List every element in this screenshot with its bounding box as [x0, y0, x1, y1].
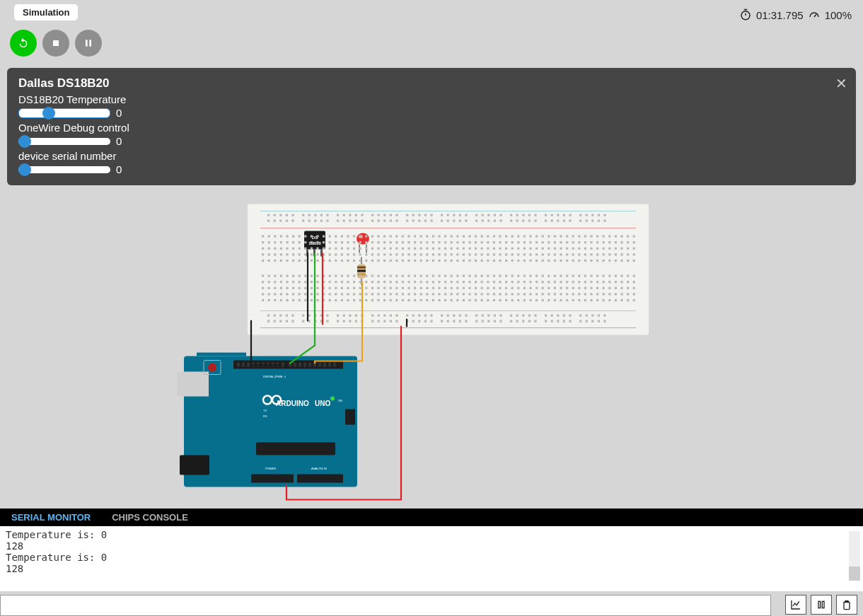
svg-rect-218 — [572, 236, 574, 238]
svg-rect-441 — [420, 260, 422, 262]
svg-rect-434 — [377, 260, 379, 262]
chart-icon — [790, 599, 801, 610]
svg-rect-555 — [359, 281, 361, 283]
svg-rect-627 — [420, 287, 422, 289]
svg-rect-266 — [487, 241, 489, 243]
serial-slider[interactable] — [18, 166, 110, 173]
svg-rect-541 — [274, 281, 276, 283]
svg-rect-176 — [316, 236, 318, 238]
svg-rect-660 — [620, 287, 622, 289]
svg-rect-778 — [584, 299, 586, 301]
svg-rect-663 — [262, 293, 264, 295]
svg-rect-250 — [390, 241, 392, 243]
perf-value: 100% — [825, 9, 852, 21]
svg-rect-776 — [572, 299, 574, 301]
svg-rect-870 — [494, 320, 496, 322]
arduino-uno[interactable]: ARDUINO UNO DIGITAL (PWM ~) POWER ANALOG… — [177, 353, 357, 487]
gauge-icon — [808, 8, 821, 21]
serial-clear-button[interactable] — [836, 595, 857, 615]
svg-rect-459 — [529, 260, 531, 262]
svg-rect-33 — [256, 443, 335, 455]
svg-rect-221 — [590, 236, 592, 238]
svg-rect-401 — [554, 253, 556, 255]
svg-rect-406 — [584, 253, 586, 255]
tab-chips-console[interactable]: CHIPS CONSOLE — [112, 512, 188, 523]
svg-rect-686 — [402, 293, 404, 295]
svg-rect-506 — [438, 275, 440, 277]
svg-rect-595 — [603, 281, 605, 283]
svg-rect-460 — [535, 260, 538, 262]
svg-rect-410 — [608, 253, 610, 255]
svg-rect-625 — [407, 287, 410, 289]
svg-rect-115 — [598, 214, 600, 216]
pause-button[interactable] — [75, 30, 102, 57]
svg-rect-388 — [475, 253, 477, 255]
svg-rect-412 — [620, 253, 622, 255]
svg-rect-614 — [341, 287, 343, 289]
debug-slider[interactable] — [18, 138, 110, 145]
svg-rect-353 — [262, 253, 264, 255]
svg-rect-128 — [343, 220, 345, 222]
svg-rect-708 — [535, 293, 538, 295]
svg-rect-408 — [596, 253, 598, 255]
serial-line: 128 — [6, 540, 857, 552]
svg-rect-493 — [359, 275, 361, 277]
ds18b20-chip[interactable]: DS 18B20 — [304, 231, 325, 257]
svg-rect-467 — [578, 260, 580, 262]
svg-rect-515 — [493, 275, 495, 277]
svg-rect-842 — [302, 320, 304, 322]
svg-rect-462 — [548, 260, 550, 262]
serial-input[interactable] — [0, 595, 771, 616]
svg-rect-709 — [542, 293, 544, 295]
svg-rect-499 — [395, 275, 398, 277]
svg-rect-758 — [463, 299, 465, 301]
serial-pause-button[interactable] — [811, 595, 832, 615]
svg-rect-271 — [517, 241, 519, 243]
svg-rect-119 — [279, 220, 282, 222]
stop-button[interactable] — [42, 30, 69, 57]
svg-rect-379 — [420, 253, 422, 255]
svg-rect-712 — [560, 293, 562, 295]
svg-rect-856 — [395, 320, 398, 322]
svg-rect-149 — [487, 220, 490, 222]
svg-rect-141 — [430, 220, 432, 222]
svg-rect-415 — [262, 260, 264, 262]
svg-rect-315 — [407, 248, 410, 250]
panel-close-button[interactable]: ✕ — [835, 75, 847, 92]
svg-rect-526 — [560, 275, 562, 277]
svg-rect-539 — [262, 281, 264, 283]
restart-button[interactable] — [10, 30, 37, 57]
svg-rect-632 — [451, 287, 453, 289]
svg-rect-473 — [615, 260, 617, 262]
svg-rect-286 — [608, 241, 610, 243]
temperature-slider[interactable] — [18, 108, 110, 118]
svg-rect-245 — [359, 241, 361, 243]
svg-rect-392 — [499, 253, 501, 255]
svg-rect-741 — [359, 299, 361, 301]
simulation-tab[interactable]: Simulation — [14, 4, 78, 21]
svg-rect-721 — [615, 293, 617, 295]
svg-rect-154 — [522, 220, 524, 222]
svg-rect-242 — [341, 241, 343, 243]
svg-rect-494 — [365, 275, 367, 277]
svg-rect-198 — [451, 236, 453, 238]
svg-rect-512 — [475, 275, 477, 277]
svg-rect-520 — [523, 275, 526, 277]
svg-rect-683 — [383, 293, 386, 295]
svg-rect-317 — [420, 248, 422, 250]
svg-rect-495 — [371, 275, 373, 277]
svg-rect-359 — [299, 253, 301, 255]
svg-rect-618 — [365, 287, 367, 289]
circuit-canvas[interactable]: DS 18B20 — [0, 197, 863, 509]
svg-rect-235 — [299, 241, 301, 243]
svg-rect-31 — [297, 475, 343, 483]
scrollbar-thumb[interactable] — [849, 566, 860, 581]
svg-rect-829 — [557, 315, 559, 317]
svg-rect-517 — [505, 275, 507, 277]
svg-rect-384 — [451, 253, 453, 255]
plot-button[interactable] — [785, 595, 806, 615]
svg-rect-382 — [438, 253, 440, 255]
svg-rect-848 — [343, 320, 345, 322]
svg-rect-133 — [378, 220, 380, 222]
tab-serial-monitor[interactable]: SERIAL MONITOR — [11, 512, 91, 523]
